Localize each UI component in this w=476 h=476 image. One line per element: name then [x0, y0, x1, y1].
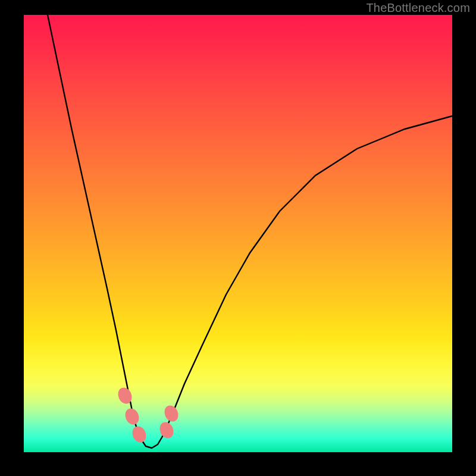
right-marker-2 [162, 403, 181, 424]
left-marker-2 [123, 406, 142, 427]
chart-svg [24, 15, 452, 452]
curve-markers [115, 386, 181, 445]
left-marker-1 [115, 386, 134, 406]
right-marker-1 [157, 420, 176, 441]
bottleneck-curve [48, 15, 452, 448]
watermark-text: TheBottleneck.com [366, 1, 470, 15]
chart-plot-area [24, 15, 452, 452]
chart-frame: TheBottleneck.com [0, 0, 476, 476]
left-marker-3 [130, 424, 149, 445]
